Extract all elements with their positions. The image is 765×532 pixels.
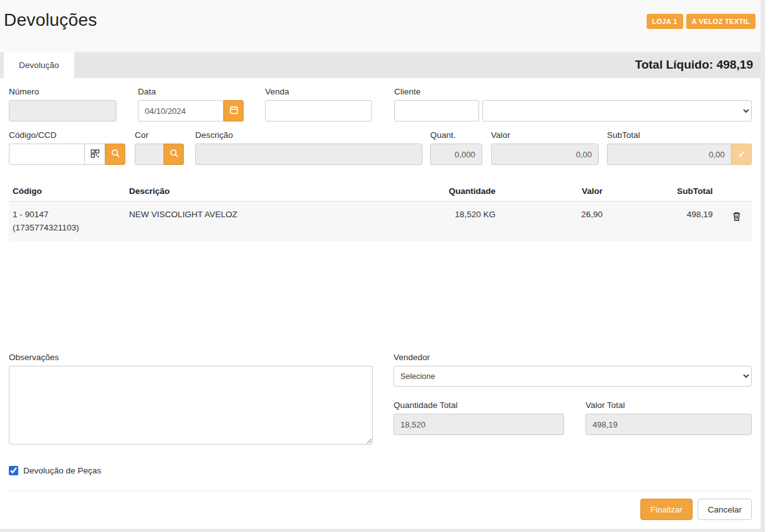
tab-bar: Devolução Total Líquido: 498,19: [0, 52, 761, 78]
quant-input: [430, 144, 482, 165]
trash-icon: [732, 214, 742, 224]
descricao-label: Descrição: [195, 130, 422, 140]
returns-page: Devoluções LOJA 1 A VELOZ TEXTIL Devoluç…: [0, 0, 761, 529]
col-header-valor: Valor: [499, 181, 606, 201]
header-badges: LOJA 1 A VELOZ TEXTIL: [647, 10, 756, 29]
search-icon: [111, 149, 120, 160]
numero-label: Número: [9, 87, 116, 96]
calendar-button[interactable]: [224, 100, 244, 122]
data-input[interactable]: [138, 100, 224, 122]
observacoes-textarea[interactable]: [9, 366, 373, 444]
quantidade-total-input: [394, 414, 564, 435]
confirm-item-button[interactable]: ✓: [732, 144, 752, 165]
item-actions-cell: [717, 201, 752, 242]
barcode-button[interactable]: [85, 144, 105, 165]
descricao-input: [195, 144, 422, 165]
col-header-actions: [717, 181, 752, 201]
page-title: Devoluções: [4, 10, 97, 30]
item-codigo-line1: 1 - 90147: [13, 208, 122, 222]
bottom-section: Observações Vendedor Selecione Quantidad…: [9, 353, 752, 447]
vendedor-select[interactable]: Selecione: [394, 366, 752, 387]
cor-label: Cor: [135, 130, 184, 140]
col-header-subtotal: SubTotal: [606, 181, 717, 201]
venda-input[interactable]: [265, 100, 372, 122]
form-row-2: Código/CCD: [9, 130, 752, 165]
valor-label: Valor: [491, 130, 599, 140]
company-badge[interactable]: A VELOZ TEXTIL: [686, 14, 756, 29]
codigo-ccd-label: Código/CCD: [9, 130, 125, 140]
cliente-select[interactable]: [482, 100, 752, 122]
item-subtotal-cell: 498,19: [606, 201, 717, 242]
cancelar-button[interactable]: Cancelar: [698, 499, 752, 520]
valor-input: [491, 144, 599, 165]
valor-total-input: [586, 414, 752, 435]
numero-input: [9, 100, 116, 122]
cliente-code-input[interactable]: [394, 100, 479, 122]
devolucao-pecas-checkbox[interactable]: [9, 466, 18, 475]
form-row-1: Número Data: [9, 87, 752, 122]
col-header-quantidade: Quantidade: [399, 181, 499, 201]
cor-input: [135, 144, 164, 165]
items-table-grid: Código Descrição Quantidade Valor SubTot…: [9, 181, 752, 242]
search-icon: [169, 149, 179, 160]
subtotal-input: [607, 144, 732, 165]
check-icon: ✓: [738, 149, 745, 159]
item-codigo-cell: 1 - 90147 (1735774321103): [9, 201, 125, 242]
data-label: Data: [138, 87, 244, 96]
valor-total-label: Valor Total: [586, 400, 752, 410]
total-liquido: Total Líquido: 498,19: [635, 58, 761, 78]
item-valor-cell: 26,90: [499, 201, 606, 242]
footer-actions: Finalizar Cancelar: [9, 490, 752, 520]
store-badge[interactable]: LOJA 1: [647, 14, 683, 29]
item-codigo-line2: (1735774321103): [13, 222, 122, 235]
observacoes-label: Observações: [9, 353, 373, 362]
page-header: Devoluções LOJA 1 A VELOZ TEXTIL: [0, 0, 761, 52]
item-descricao-cell: NEW VISCOLIGHT AVELOZ: [125, 201, 399, 242]
barcode-icon: [91, 149, 99, 160]
col-header-codigo: Código: [9, 181, 125, 201]
tab-devolucao[interactable]: Devolução: [4, 52, 74, 78]
vendedor-label: Vendedor: [394, 353, 752, 362]
col-header-descricao: Descrição: [125, 181, 399, 201]
codigo-ccd-input[interactable]: [9, 144, 85, 165]
finalizar-button[interactable]: Finalizar: [640, 499, 693, 520]
calendar-icon: [229, 105, 239, 116]
cor-search-button[interactable]: [164, 144, 184, 165]
venda-label: Venda: [265, 87, 372, 96]
cliente-label: Cliente: [394, 87, 752, 96]
items-table: Código Descrição Quantidade Valor SubTot…: [9, 181, 752, 344]
content-panel: Número Data: [0, 78, 761, 529]
codigo-search-button[interactable]: [105, 144, 125, 165]
quantidade-total-label: Quantidade Total: [394, 400, 564, 410]
subtotal-label: SubTotal: [607, 130, 752, 140]
delete-item-button[interactable]: [730, 210, 743, 225]
quant-label: Quant.: [430, 130, 482, 140]
item-quantidade-cell: 18,520 KG: [399, 201, 499, 242]
devolucao-pecas-row: Devolução de Peças: [9, 466, 752, 475]
devolucao-pecas-label: Devolução de Peças: [23, 466, 101, 475]
